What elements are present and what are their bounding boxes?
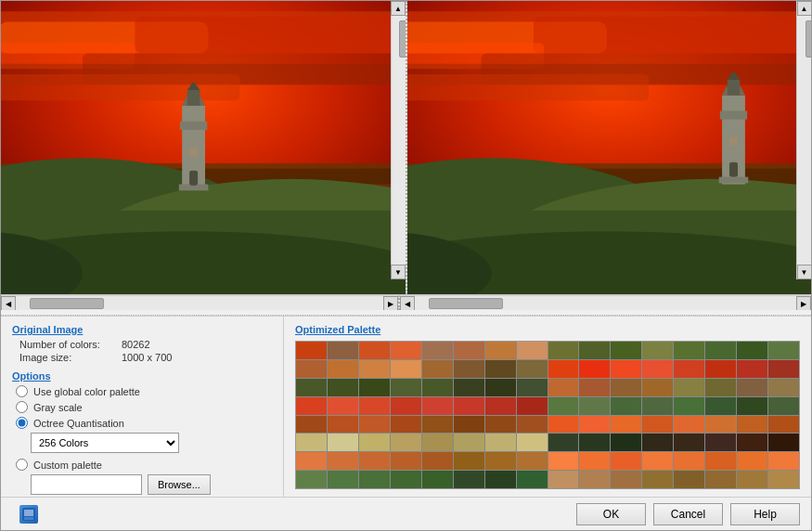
h-scroll-thumb[interactable] — [30, 298, 104, 309]
palette-cell — [611, 342, 641, 359]
right-scroll-right-btn[interactable]: ▶ — [796, 296, 811, 311]
palette-cell — [768, 397, 799, 415]
palette-cell — [391, 416, 421, 434]
palette-cell — [517, 434, 548, 451]
options-section: Options Use global color palette Gray sc… — [12, 370, 272, 495]
palette-cell — [737, 360, 767, 378]
ok-button[interactable]: OK — [576, 503, 646, 525]
left-preview-scrollbar-v[interactable]: ▲ ▼ — [391, 1, 406, 279]
right-preview-scrollbar-v[interactable]: ▲ ▼ — [796, 1, 811, 279]
palette-cell — [328, 434, 358, 451]
left-scrollbar-h[interactable]: ◀ ▶ — [1, 295, 400, 310]
palette-cell — [359, 360, 390, 378]
palette-cell — [579, 434, 610, 451]
palette-cell — [642, 379, 673, 396]
radio-grayscale-label[interactable]: Gray scale — [33, 402, 83, 413]
palette-cell — [391, 397, 421, 415]
palette-cell — [674, 379, 704, 396]
app-icon — [19, 505, 38, 524]
svg-rect-17 — [180, 122, 207, 130]
preview-area: ▲ ▼ — [1, 1, 811, 295]
palette-cell — [548, 379, 579, 396]
palette-cell — [579, 379, 610, 396]
svg-rect-23 — [189, 148, 198, 156]
help-button[interactable]: Help — [730, 503, 800, 525]
right-scroll-thumb[interactable] — [806, 20, 812, 58]
palette-cell — [391, 471, 421, 488]
palette-cell — [328, 416, 358, 434]
image-size-label: Image size: — [19, 352, 122, 363]
scroll-thumb[interactable] — [399, 20, 407, 58]
palette-cell — [296, 360, 327, 378]
palette-cell — [485, 471, 516, 488]
radio-global-label[interactable]: Use global color palette — [33, 386, 140, 397]
palette-cell — [296, 471, 327, 488]
svg-rect-7 — [1, 74, 239, 100]
palette-cell — [485, 360, 516, 378]
colors-dropdown[interactable]: 256 Colors 128 Colors 64 Colors 32 Color… — [31, 433, 179, 453]
options-section-title: Options — [12, 370, 272, 382]
right-scroll-down-btn[interactable]: ▼ — [797, 265, 812, 279]
cancel-button[interactable]: Cancel — [653, 503, 723, 525]
palette-cell — [674, 397, 704, 415]
right-scrollbar-h[interactable]: ◀ ▶ — [400, 295, 811, 310]
palette-cell — [454, 434, 484, 451]
colors-dropdown-row: 256 Colors 128 Colors 64 Colors 32 Color… — [12, 433, 272, 453]
svg-rect-20 — [187, 90, 200, 106]
right-h-scroll-thumb[interactable] — [429, 298, 503, 309]
palette-cell — [485, 434, 516, 451]
svg-rect-27 — [533, 17, 811, 54]
right-scroll-up-btn[interactable]: ▲ — [797, 1, 812, 16]
palette-cell — [359, 452, 390, 470]
right-h-scroll-track[interactable] — [415, 296, 796, 310]
radio-octree[interactable] — [16, 417, 28, 429]
palette-cell — [705, 416, 736, 434]
palette-cell — [296, 452, 327, 470]
palette-cell — [768, 416, 799, 434]
palette-cell — [642, 416, 673, 434]
svg-rect-31 — [407, 74, 649, 100]
h-scroll-track[interactable] — [16, 296, 383, 310]
icon-area — [12, 505, 569, 524]
palette-cell — [296, 434, 327, 451]
palette-cell — [485, 379, 516, 396]
radio-octree-label[interactable]: Octree Quantisation — [33, 418, 124, 429]
palette-cell — [422, 379, 453, 396]
scroll-right-btn[interactable]: ▶ — [383, 296, 398, 311]
svg-rect-46 — [728, 162, 737, 177]
palette-cell — [359, 397, 390, 415]
radio-custom-label[interactable]: Custom palette — [33, 460, 102, 471]
palette-cell — [454, 342, 484, 359]
palette-cell — [485, 452, 516, 470]
palette-cell — [674, 360, 704, 378]
scroll-left-btn[interactable]: ◀ — [1, 296, 16, 311]
palette-cell — [296, 397, 327, 415]
radio-custom-row: Custom palette — [12, 459, 272, 471]
original-image-section: Original Image — [12, 324, 272, 335]
palette-cell — [579, 397, 610, 415]
palette-cell — [705, 342, 736, 359]
palette-cell — [768, 452, 799, 470]
palette-cell — [485, 416, 516, 434]
palette-grid — [295, 341, 800, 489]
palette-cell — [328, 452, 358, 470]
custom-palette-input[interactable] — [31, 474, 142, 495]
radio-custom[interactable] — [16, 459, 28, 471]
svg-rect-49 — [24, 510, 33, 516]
palette-cell — [391, 360, 421, 378]
palette-cell — [768, 471, 799, 488]
browse-button[interactable]: Browse... — [148, 474, 211, 495]
palette-cell — [674, 416, 704, 434]
palette-cell — [611, 379, 641, 396]
palette-cell — [579, 342, 610, 359]
scroll-up-btn[interactable]: ▲ — [391, 1, 406, 16]
palette-cell — [454, 416, 484, 434]
scroll-down-btn[interactable]: ▼ — [391, 265, 406, 279]
palette-cell — [296, 342, 327, 359]
radio-grayscale[interactable] — [16, 401, 28, 413]
palette-cell — [548, 360, 579, 378]
optimized-scene — [407, 1, 812, 294]
palette-cell — [642, 471, 673, 488]
right-scroll-left-btn[interactable]: ◀ — [400, 296, 415, 311]
radio-global[interactable] — [16, 385, 28, 397]
